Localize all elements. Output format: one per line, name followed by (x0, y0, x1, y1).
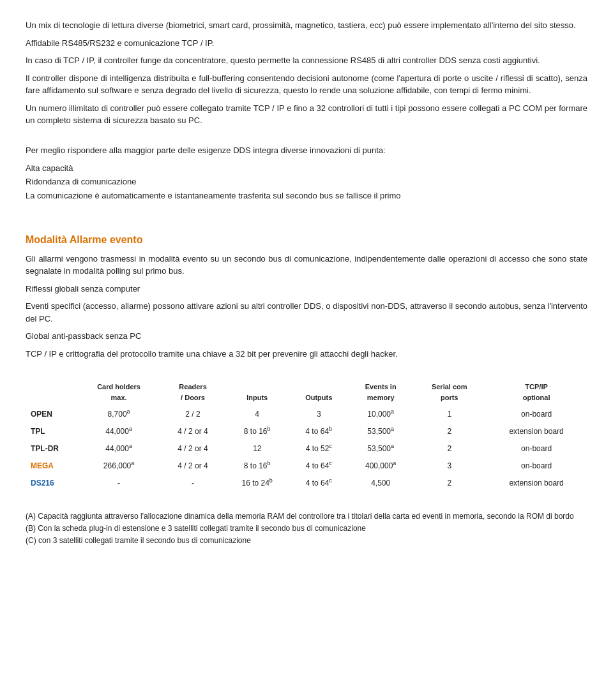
col-header-inputs: Inputs (225, 379, 289, 405)
cell-r0-c0: 8,700a (77, 405, 161, 422)
specs-table-container: Card holdersmax. Readers/ Doors Inputs O… (26, 379, 587, 491)
table-row-tpldr: TPL-DR44,000a4 / 2 or 4124 to 52c53,500a… (26, 440, 587, 457)
paragraph-1: Un mix di tecnologie di lettura diverse … (26, 19, 587, 32)
row-label-0: OPEN (26, 405, 77, 422)
cell-r2-c5: 2 (413, 440, 485, 457)
paragraph-5: Un numero illimitato di controller può e… (26, 102, 587, 127)
table-row-tpl: TPL44,000a4 / 2 or 48 to 16b4 to 64b53,5… (26, 422, 587, 440)
specs-table: Card holdersmax. Readers/ Doors Inputs O… (26, 379, 587, 491)
cell-r1-c1: 4 / 2 or 4 (161, 422, 225, 440)
cell-r3-c2: 8 to 16b (225, 457, 289, 474)
cell-r2-c1: 4 / 2 or 4 (161, 440, 225, 457)
cell-r2-c0: 44,000a (77, 440, 161, 457)
row-label-2: TPL-DR (26, 440, 77, 457)
bullet-3: La comunicazione è automaticamente e ist… (26, 190, 587, 202)
cell-r0-c3: 3 (289, 405, 348, 422)
col-header-outputs: Outputs (289, 379, 348, 405)
paragraph-2: Affidabile RS485/RS232 e comunicazione T… (26, 37, 587, 50)
cell-r4-c1: - (161, 474, 225, 491)
col-header-events: Events inmemory (348, 379, 413, 405)
cell-r0-c5: 1 (413, 405, 485, 422)
cell-r4-c6: extension board (485, 474, 587, 491)
cell-r3-c5: 3 (413, 457, 485, 474)
cell-r0-c2: 4 (225, 405, 289, 422)
bullet-2: Ridondanza di comunicazione (26, 175, 587, 188)
alarm-para-1: Gli allarmi vengono trasmessi in modalit… (26, 253, 587, 278)
dds-intro: Per meglio rispondere alla maggior parte… (26, 144, 587, 157)
cell-r2-c6: on-board (485, 440, 587, 457)
main-content: Un mix di tecnologie di lettura diverse … (26, 19, 587, 360)
cell-r1-c2: 8 to 16b (225, 422, 289, 440)
cell-r0-c4: 10,000a (348, 405, 413, 422)
footnote-c: (C) con 3 satelliti collegati tramite il… (26, 535, 587, 547)
col-header-serial: Serial comports (413, 379, 485, 405)
cell-r3-c1: 4 / 2 or 4 (161, 457, 225, 474)
cell-r4-c5: 2 (413, 474, 485, 491)
bullet-1: Alta capacità (26, 162, 587, 175)
cell-r1-c6: extension board (485, 422, 587, 440)
cell-r3-c0: 266,000a (77, 457, 161, 474)
cell-r0-c6: on-board (485, 405, 587, 422)
cell-r3-c4: 400,000a (348, 457, 413, 474)
col-header-label (26, 379, 77, 405)
cell-r2-c4: 53,500a (348, 440, 413, 457)
cell-r4-c4: 4,500 (348, 474, 413, 491)
cell-r4-c2: 16 to 24b (225, 474, 289, 491)
cell-r3-c3: 4 to 64c (289, 457, 348, 474)
alarm-para-5: TCP / IP e crittografia del protocollo t… (26, 348, 587, 361)
row-label-1: TPL (26, 422, 77, 440)
cell-r4-c3: 4 to 64c (289, 474, 348, 491)
row-label-3: MEGA (26, 457, 77, 474)
alarm-para-4: Global anti-passback senza PC (26, 330, 587, 343)
cell-r1-c0: 44,000a (77, 422, 161, 440)
cell-r1-c3: 4 to 64b (289, 422, 348, 440)
row-label-4: DS216 (26, 474, 77, 491)
cell-r3-c6: on-board (485, 457, 587, 474)
cell-r1-c4: 53,500a (348, 422, 413, 440)
alarm-para-3: Eventi specifici (accesso, allarme) poss… (26, 300, 587, 325)
table-row-ds216: DS216--16 to 24b4 to 64c4,5002extension … (26, 474, 587, 491)
footnotes-section: (A) Capacità raggiunta attraverso l'allo… (26, 510, 587, 547)
footnote-b: (B) Con la scheda plug-in di estensione … (26, 523, 587, 535)
alarm-para-2: Riflessi globali senza computer (26, 283, 587, 295)
col-header-readers: Readers/ Doors (161, 379, 225, 405)
table-row-open: OPEN8,700a2 / 24310,000a1on-board (26, 405, 587, 422)
table-row-mega: MEGA266,000a4 / 2 or 48 to 16b4 to 64c40… (26, 457, 587, 474)
paragraph-4: Il controller dispone di intelligenza di… (26, 72, 587, 97)
col-header-cardholders: Card holdersmax. (77, 379, 161, 405)
footnote-a: (A) Capacità raggiunta attraverso l'allo… (26, 510, 587, 523)
cell-r2-c2: 12 (225, 440, 289, 457)
cell-r1-c5: 2 (413, 422, 485, 440)
cell-r2-c3: 4 to 52c (289, 440, 348, 457)
paragraph-3: In caso di TCP / IP, il controller funge… (26, 54, 587, 67)
col-header-tcpip: TCP/IPoptional (485, 379, 587, 405)
dds-bullets: Alta capacità Ridondanza di comunicazion… (26, 162, 587, 202)
section-alarm-title: Modalità Allarme evento (26, 232, 587, 248)
cell-r4-c0: - (77, 474, 161, 491)
cell-r0-c1: 2 / 2 (161, 405, 225, 422)
